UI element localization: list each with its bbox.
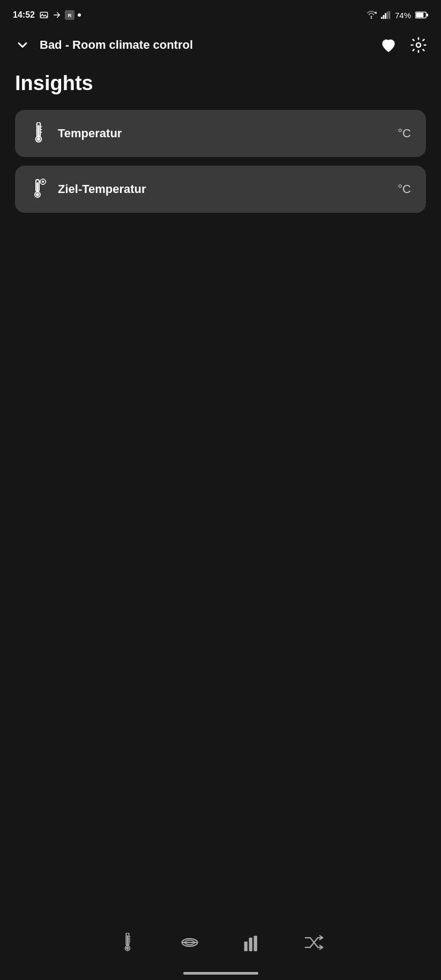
- svg-rect-9: [385, 13, 386, 19]
- card-left-2: Ziel-Temperatur: [30, 181, 146, 198]
- svg-point-19: [37, 137, 40, 140]
- page-title: Insights: [15, 72, 426, 95]
- settings-button[interactable]: [409, 35, 428, 55]
- bottom-nav-thermometer[interactable]: [113, 927, 143, 957]
- svg-point-36: [126, 947, 129, 949]
- temperatur-label: Temperatur: [58, 127, 122, 140]
- page-header-title: Bad - Room climate control: [40, 38, 193, 52]
- svg-rect-18: [38, 125, 39, 136]
- home-indicator: [183, 972, 258, 975]
- status-bar-right: 74%: [366, 11, 428, 20]
- notification-dot: [78, 13, 81, 17]
- header-actions: [379, 35, 428, 55]
- battery-percentage: 74%: [395, 11, 411, 20]
- svg-point-26: [36, 193, 39, 196]
- chevron-down-icon: [15, 38, 30, 53]
- wifi-icon: [366, 11, 377, 19]
- photo-icon: [39, 10, 49, 20]
- header: Bad - Room climate control: [0, 28, 441, 62]
- svg-rect-13: [416, 13, 423, 17]
- svg-rect-43: [244, 941, 247, 951]
- svg-point-28: [42, 181, 44, 183]
- bottom-nav: [0, 916, 441, 980]
- gear-icon: [410, 36, 427, 54]
- svg-rect-44: [249, 938, 252, 951]
- time-display: 14:52: [13, 10, 35, 20]
- svg-rect-14: [427, 13, 428, 17]
- forward-icon: [52, 10, 62, 20]
- ziel-temperatur-label: Ziel-Temperatur: [58, 182, 146, 196]
- heart-icon: [380, 36, 397, 54]
- stats-icon: [242, 933, 261, 952]
- svg-rect-11: [388, 11, 390, 19]
- status-bar-left: 14:52 R: [13, 10, 81, 20]
- svg-rect-8: [383, 15, 385, 19]
- back-chevron-button[interactable]: [13, 35, 32, 55]
- automation-icon: [304, 933, 324, 952]
- notification-icons: R: [39, 10, 81, 20]
- signal-icon: [381, 11, 391, 19]
- svg-rect-45: [253, 936, 257, 951]
- app-r-icon: R: [65, 10, 74, 20]
- status-bar: 14:52 R 74%: [0, 0, 441, 28]
- svg-rect-7: [381, 17, 383, 19]
- target-thermometer-icon: [30, 181, 47, 198]
- svg-rect-25: [37, 182, 39, 191]
- bottom-nav-clips[interactable]: [175, 927, 205, 957]
- content-area: Insights Temperatur °C: [0, 62, 441, 213]
- battery-icon: [415, 11, 428, 19]
- thermometer-nav-icon: [118, 933, 137, 952]
- bottom-nav-stats[interactable]: [237, 927, 267, 957]
- temperatur-unit: °C: [398, 127, 411, 140]
- header-left: Bad - Room climate control: [13, 35, 193, 55]
- favorite-button[interactable]: [379, 35, 398, 55]
- svg-rect-35: [126, 936, 128, 945]
- temperatur-card[interactable]: Temperatur °C: [15, 110, 426, 157]
- ziel-temperatur-card[interactable]: Ziel-Temperatur °C: [15, 166, 426, 213]
- svg-point-4: [371, 18, 372, 19]
- svg-point-15: [416, 43, 421, 47]
- svg-text:R: R: [68, 12, 71, 18]
- bottom-nav-automation[interactable]: [299, 927, 329, 957]
- thermometer-icon: [30, 125, 47, 142]
- card-left: Temperatur: [30, 125, 122, 142]
- ziel-temperatur-unit: °C: [398, 182, 411, 196]
- svg-rect-10: [387, 12, 388, 19]
- clips-icon: [180, 933, 199, 952]
